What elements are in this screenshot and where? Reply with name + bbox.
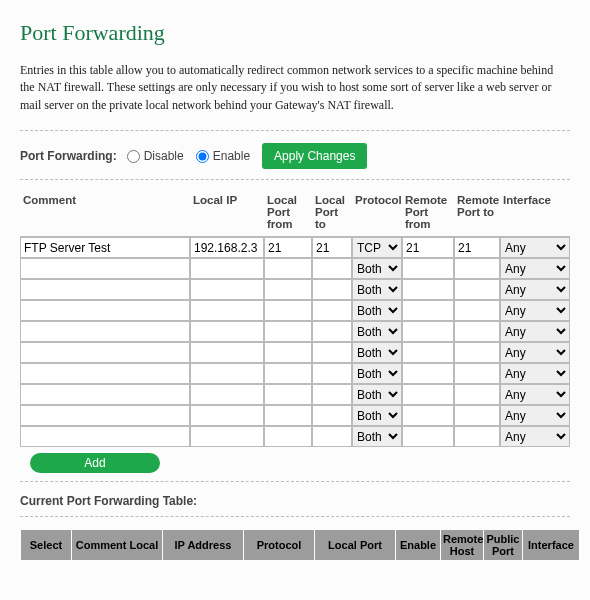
protocol-select[interactable]: Both (352, 258, 402, 279)
local-port-from-input[interactable] (264, 258, 312, 279)
local-port-from-input[interactable] (264, 363, 312, 384)
local-ip-input[interactable] (190, 384, 264, 405)
remote-port-to-input[interactable] (454, 258, 500, 279)
comment-input[interactable] (20, 342, 190, 363)
comment-input[interactable] (20, 279, 190, 300)
sub-th-comment: Comment Local (72, 530, 162, 560)
local-port-to-input[interactable] (312, 258, 352, 279)
remote-port-to-input[interactable] (454, 363, 500, 384)
interface-select[interactable]: Any (500, 384, 570, 405)
comment-input[interactable] (20, 237, 190, 258)
protocol-select[interactable]: Both (352, 405, 402, 426)
local-port-to-input[interactable] (312, 237, 352, 258)
comment-input[interactable] (20, 321, 190, 342)
current-forwarding-table: Select Comment Local IP Address Protocol… (20, 529, 580, 561)
add-button[interactable]: Add (30, 453, 160, 473)
divider (20, 516, 570, 517)
remote-port-from-input[interactable] (402, 237, 454, 258)
disable-option[interactable]: Disable (127, 149, 184, 163)
local-port-from-input[interactable] (264, 300, 312, 321)
remote-port-to-input[interactable] (454, 237, 500, 258)
local-port-from-input[interactable] (264, 384, 312, 405)
interface-select[interactable]: Any (500, 258, 570, 279)
comment-input[interactable] (20, 363, 190, 384)
local-ip-input[interactable] (190, 279, 264, 300)
sub-th-interface: Interface (523, 530, 579, 560)
protocol-select[interactable]: Both (352, 384, 402, 405)
comment-input[interactable] (20, 384, 190, 405)
comment-input[interactable] (20, 405, 190, 426)
local-port-to-input[interactable] (312, 300, 352, 321)
remote-port-to-input[interactable] (454, 321, 500, 342)
local-ip-input[interactable] (190, 405, 264, 426)
remote-port-to-input[interactable] (454, 279, 500, 300)
local-port-to-input[interactable] (312, 405, 352, 426)
remote-port-to-input[interactable] (454, 426, 500, 447)
protocol-select[interactable]: Both (352, 342, 402, 363)
local-ip-input[interactable] (190, 426, 264, 447)
interface-select[interactable]: Any (500, 321, 570, 342)
local-port-to-input[interactable] (312, 426, 352, 447)
local-port-to-input[interactable] (312, 384, 352, 405)
local-port-to-input[interactable] (312, 342, 352, 363)
local-ip-input[interactable] (190, 258, 264, 279)
local-ip-input[interactable] (190, 300, 264, 321)
interface-select[interactable]: Any (500, 363, 570, 384)
local-port-from-input[interactable] (264, 279, 312, 300)
remote-port-from-input[interactable] (402, 426, 454, 447)
remote-port-to-input[interactable] (454, 405, 500, 426)
local-port-from-input[interactable] (264, 405, 312, 426)
port-forwarding-table: Comment Local IP Local Port from Local P… (20, 192, 570, 447)
local-ip-input[interactable] (190, 237, 264, 258)
protocol-select[interactable]: TCP (352, 237, 402, 258)
table-row: BothAny (20, 426, 570, 447)
interface-select[interactable]: Any (500, 342, 570, 363)
protocol-select[interactable]: Both (352, 426, 402, 447)
interface-select[interactable]: Any (500, 279, 570, 300)
local-ip-input[interactable] (190, 342, 264, 363)
divider (20, 130, 570, 131)
remote-port-from-input[interactable] (402, 300, 454, 321)
local-port-from-input[interactable] (264, 237, 312, 258)
remote-port-to-input[interactable] (454, 384, 500, 405)
sub-th-enable: Enable (396, 530, 440, 560)
enable-option[interactable]: Enable (196, 149, 250, 163)
local-port-to-input[interactable] (312, 321, 352, 342)
remote-port-from-input[interactable] (402, 384, 454, 405)
remote-port-to-input[interactable] (454, 342, 500, 363)
protocol-select[interactable]: Both (352, 363, 402, 384)
local-port-to-input[interactable] (312, 363, 352, 384)
comment-input[interactable] (20, 258, 190, 279)
comment-input[interactable] (20, 426, 190, 447)
interface-select[interactable]: Any (500, 426, 570, 447)
protocol-select[interactable]: Both (352, 300, 402, 321)
table-row: BothAny (20, 279, 570, 300)
disable-label: Disable (144, 149, 184, 163)
local-ip-input[interactable] (190, 321, 264, 342)
protocol-select[interactable]: Both (352, 279, 402, 300)
table-row: BothAny (20, 258, 570, 279)
interface-select[interactable]: Any (500, 237, 570, 258)
enable-radio[interactable] (196, 150, 209, 163)
remote-port-from-input[interactable] (402, 258, 454, 279)
local-port-from-input[interactable] (264, 426, 312, 447)
local-port-to-input[interactable] (312, 279, 352, 300)
apply-changes-button[interactable]: Apply Changes (262, 143, 367, 169)
local-ip-input[interactable] (190, 363, 264, 384)
local-port-from-input[interactable] (264, 321, 312, 342)
th-remote-port-from: Remote Port from (402, 192, 454, 237)
local-port-from-input[interactable] (264, 342, 312, 363)
comment-input[interactable] (20, 300, 190, 321)
remote-port-from-input[interactable] (402, 321, 454, 342)
disable-radio[interactable] (127, 150, 140, 163)
sub-th-public-port: Public Port (484, 530, 522, 560)
table-row: BothAny (20, 405, 570, 426)
remote-port-to-input[interactable] (454, 300, 500, 321)
remote-port-from-input[interactable] (402, 342, 454, 363)
interface-select[interactable]: Any (500, 405, 570, 426)
remote-port-from-input[interactable] (402, 405, 454, 426)
remote-port-from-input[interactable] (402, 363, 454, 384)
remote-port-from-input[interactable] (402, 279, 454, 300)
interface-select[interactable]: Any (500, 300, 570, 321)
protocol-select[interactable]: Both (352, 321, 402, 342)
